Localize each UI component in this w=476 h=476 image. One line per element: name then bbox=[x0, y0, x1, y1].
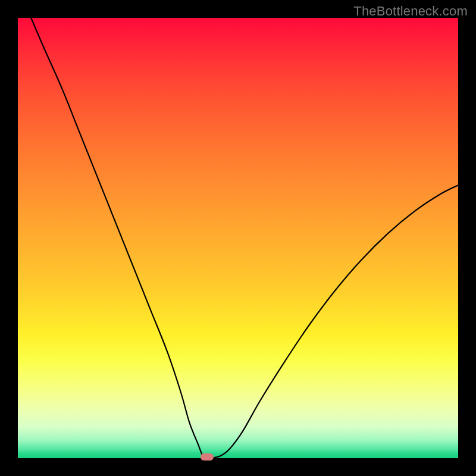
plot-area bbox=[18, 18, 458, 458]
bottleneck-curve bbox=[18, 18, 458, 458]
watermark-text: TheBottleneck.com bbox=[353, 4, 468, 19]
chart-frame: TheBottleneck.com bbox=[0, 0, 476, 476]
minimum-marker bbox=[201, 453, 214, 461]
